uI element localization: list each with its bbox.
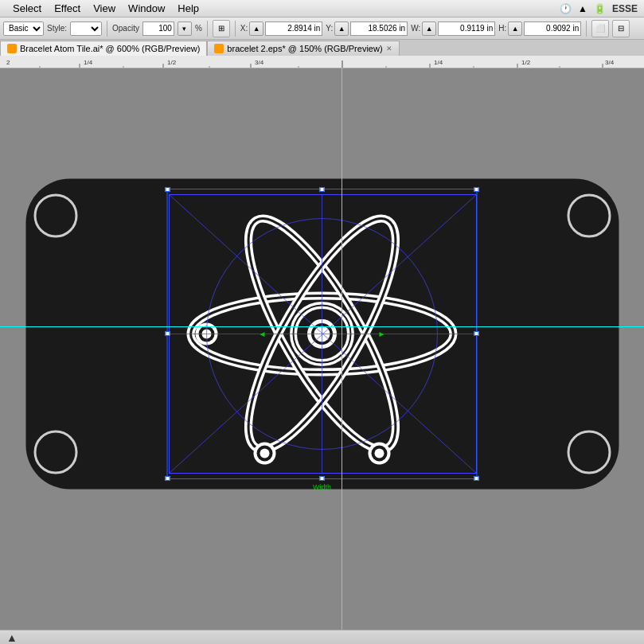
toolbar: Basic Style: Opacity ▾ % ⊞ X: ▲ Y: ▲ W: … xyxy=(0,18,644,40)
style-preset-select[interactable]: Basic xyxy=(3,21,44,36)
corner-circle-br xyxy=(567,430,611,474)
battery-icon: 🔋 xyxy=(594,3,606,14)
style-label: Style: xyxy=(47,24,67,33)
menu-right: 🕐 ▲ 🔋 ESSE xyxy=(560,3,638,14)
opacity-unit: % xyxy=(195,24,202,33)
tab-bracelet-atom[interactable]: Bracelet Atom Tile.ai* @ 600% (RGB/Previ… xyxy=(0,41,207,56)
svg-point-38 xyxy=(375,448,384,458)
canvas-area[interactable]: Width ◄ ► xyxy=(0,68,644,630)
corner-circle-tr xyxy=(567,193,611,237)
svg-text:2: 2 xyxy=(6,59,10,66)
clock-icon: 🕐 xyxy=(560,3,572,14)
x-label: X: xyxy=(240,24,248,33)
ruler-marks-svg: 2 1/4 1/2 3/4 1/4 1/2 3/4 xyxy=(0,56,644,68)
h-label: H: xyxy=(498,24,506,33)
app-label: ESSE xyxy=(612,3,638,14)
x-input[interactable] xyxy=(265,21,322,36)
tab-label-bracelet-atom: Bracelet Atom Tile.ai* @ 600% (RGB/Previ… xyxy=(20,44,200,53)
ruler-horizontal: 2 1/4 1/2 3/4 1/4 1/2 3/4 xyxy=(0,56,644,68)
atom-graphic-wrapper: Width ◄ ► xyxy=(155,186,490,481)
h-step-up[interactable]: ▲ xyxy=(508,21,522,36)
atom-svg xyxy=(155,186,490,481)
w-group: W: ▲ xyxy=(411,21,495,36)
opacity-down-btn[interactable]: ▾ xyxy=(178,21,192,36)
cursor-arrow[interactable]: ▲ xyxy=(6,631,18,644)
menu-help[interactable]: Help xyxy=(171,1,205,16)
svg-text:1/4: 1/4 xyxy=(84,59,93,66)
bracelet-background: Width ◄ ► xyxy=(25,178,619,489)
x-step-up[interactable]: ▲ xyxy=(249,21,263,36)
tab-close-bracelet-2[interactable]: ✕ xyxy=(386,45,392,53)
svg-text:1/2: 1/2 xyxy=(521,59,531,66)
wifi-icon: ▲ xyxy=(578,3,587,14)
corner-circle-bl xyxy=(33,430,77,474)
tab-bracelet-2[interactable]: bracelet 2.eps* @ 150% (RGB/Preview) ✕ xyxy=(207,41,399,56)
menu-select[interactable]: Select xyxy=(6,1,48,16)
tabs-area: Bracelet Atom Tile.ai* @ 600% (RGB/Previ… xyxy=(0,40,644,56)
y-step-up[interactable]: ▲ xyxy=(334,21,349,36)
opacity-input[interactable] xyxy=(142,21,174,36)
divider-1 xyxy=(107,21,107,37)
h-input[interactable] xyxy=(524,21,581,36)
corner-circle-tl xyxy=(33,193,77,237)
menu-effect[interactable]: Effect xyxy=(48,1,87,16)
menu-view[interactable]: View xyxy=(87,1,122,16)
style-select[interactable] xyxy=(70,21,102,36)
svg-text:1/2: 1/2 xyxy=(167,59,177,66)
svg-text:1/4: 1/4 xyxy=(434,59,443,66)
tab-icon-bracelet-atom xyxy=(7,44,17,53)
grid-icon[interactable]: ⊞ xyxy=(213,20,230,37)
width-label: Width xyxy=(313,483,331,491)
statusbar: ▲ xyxy=(0,630,644,644)
y-input[interactable] xyxy=(350,21,408,36)
svg-text:3/4: 3/4 xyxy=(255,59,264,66)
svg-point-41 xyxy=(260,448,270,458)
align-icon[interactable]: ⊟ xyxy=(612,20,630,37)
y-label: Y: xyxy=(326,24,333,33)
h-group: H: ▲ xyxy=(498,21,581,36)
transform-icon[interactable]: ⬜ xyxy=(591,20,609,37)
tab-icon-bracelet-2 xyxy=(214,44,224,53)
divider-2 xyxy=(207,21,208,37)
x-group: X: ▲ xyxy=(240,21,322,36)
menu-window[interactable]: Window xyxy=(122,1,171,16)
divider-4 xyxy=(586,21,587,37)
w-label: W: xyxy=(411,24,420,33)
svg-text:3/4: 3/4 xyxy=(605,59,615,66)
divider-3 xyxy=(235,21,236,37)
menu-bar: Select Effect View Window Help 🕐 ▲ 🔋 ESS… xyxy=(0,0,644,18)
w-step-up[interactable]: ▲ xyxy=(422,21,436,36)
opacity-label: Opacity xyxy=(112,24,139,33)
w-input[interactable] xyxy=(438,21,495,36)
tab-label-bracelet-2: bracelet 2.eps* @ 150% (RGB/Preview) xyxy=(227,44,382,53)
artboard: Width ◄ ► xyxy=(25,178,619,489)
y-group: Y: ▲ xyxy=(326,21,408,36)
